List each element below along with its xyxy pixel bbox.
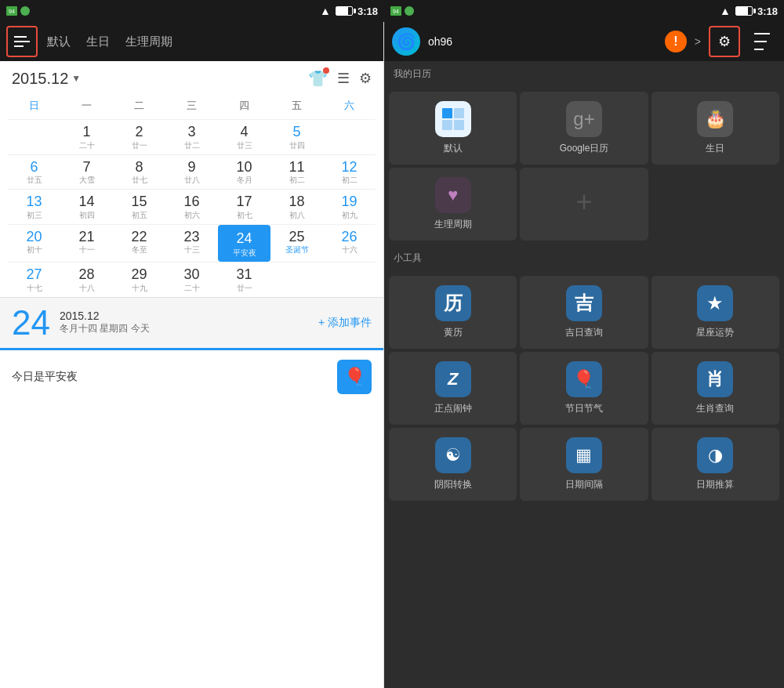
cal-cell-dec18[interactable]: 18初八 <box>270 190 323 224</box>
grid-item-huangli[interactable]: 历 黄历 <box>389 276 517 349</box>
month-title: 2015.12 <box>12 70 68 88</box>
grid-item-interval[interactable]: ▦ 日期间隔 <box>520 428 648 501</box>
tools-grid: 历 黄历 吉 吉日查询 ★ 星座运势 Z 正点闹钟 🎈 节日节气 <box>384 271 784 505</box>
shengxiao-label: 生肖查询 <box>696 402 734 415</box>
cal-cell-dec2[interactable]: 2廿一 <box>113 120 165 154</box>
cal-week-3: 13初三 14初四 15初五 16初六 17初七 18初八 19初九 <box>8 189 376 224</box>
weekday-header: 日 一 二 三 四 五 六 <box>8 92 376 119</box>
tab-default[interactable]: 默认 <box>47 31 71 53</box>
cal-cell-dec22[interactable]: 22冬至 <box>113 225 165 263</box>
cal-cell-dec25[interactable]: 25圣诞节 <box>270 225 323 263</box>
cal-cell-dec3[interactable]: 3廿二 <box>165 120 218 154</box>
cal-cell-dec23[interactable]: 23十三 <box>165 225 218 263</box>
time-display-left: 3:18 <box>358 5 378 17</box>
battery-icon-r <box>735 6 753 16</box>
cal-cell-dec20[interactable]: 20初十 <box>8 225 60 263</box>
weekday-mon: 一 <box>60 96 113 116</box>
tab-period[interactable]: 生理周期 <box>125 31 172 53</box>
cal-cell-dec9[interactable]: 9廿八 <box>165 155 218 190</box>
grid-item-jiri[interactable]: 吉 吉日查询 <box>520 276 648 349</box>
grid-item-period[interactable]: ♥ 生理周期 <box>389 168 517 241</box>
grid-item-add[interactable]: + <box>520 168 648 241</box>
grid-item-shengxiao[interactable]: 肖 生肖查询 <box>652 352 779 425</box>
cal-cell-dec17[interactable]: 17初七 <box>218 190 270 224</box>
status-bar-right: 94 ▲ 3:18 <box>384 0 784 22</box>
calendar-rows: 1二十 2廿一 3廿二 4廿三 5廿四 6廿五 7大雪 8廿七 9廿八 10冬月… <box>8 119 376 297</box>
calendar-header: 2015.12 ▼ 👕 ☰ ⚙ <box>0 61 383 92</box>
weekday-tue: 二 <box>113 96 165 116</box>
menu-button[interactable] <box>6 26 38 57</box>
cal-week-5: 27十七 28十八 29十九 30二十 31廿一 <box>8 262 376 297</box>
weekday-sun: 日 <box>8 96 60 116</box>
grid-item-alarm[interactable]: Z 正点闹钟 <box>389 352 517 425</box>
settings-button[interactable]: ⚙ <box>709 26 740 57</box>
event-icon-button[interactable]: 🎈 <box>337 360 372 394</box>
cal-cell-dec26[interactable]: 26十六 <box>323 225 376 263</box>
add-event-button[interactable]: + 添加事件 <box>318 316 372 330</box>
month-selector[interactable]: 2015.12 ▼ <box>12 70 81 88</box>
cal-cell-dec31[interactable]: 31廿一 <box>218 263 270 297</box>
dress-button[interactable]: 👕 <box>308 69 328 88</box>
nav-menu-button[interactable] <box>748 27 776 56</box>
google-cal-label: Google日历 <box>560 142 609 155</box>
cal-cell-dec14[interactable]: 14初四 <box>60 190 113 224</box>
big-date-display: 24 <box>12 306 50 340</box>
cal-cell-dec21[interactable]: 21十一 <box>60 225 113 263</box>
cal-cell-dec19[interactable]: 19初九 <box>323 190 376 224</box>
grid-item-birthday[interactable]: 🎂 生日 <box>652 92 779 165</box>
cal-cell-dec12[interactable]: 12初二 <box>323 155 376 190</box>
huangli-label: 黄历 <box>444 326 463 339</box>
wifi-icon: ▲ <box>320 5 331 17</box>
grid-item-jieqi[interactable]: 🎈 节日节气 <box>520 352 648 425</box>
user-avatar[interactable]: 🌀 <box>392 27 420 56</box>
cal-cell-dec5[interactable]: 5廿四 <box>270 120 323 154</box>
xingzuo-label: 星座运势 <box>696 326 734 339</box>
signal-strength-icon: 94 <box>6 6 17 16</box>
exclamation-icon: ! <box>673 34 677 49</box>
menu-hamburger-icon <box>754 31 770 52</box>
calc-icon: ◑ <box>697 437 733 473</box>
grid-item-default[interactable]: 默认 <box>389 92 517 165</box>
hamburger-line-1 <box>14 36 27 38</box>
cal-cell-dec16[interactable]: 16初六 <box>165 190 218 224</box>
jieqi-label: 节日节气 <box>565 402 603 415</box>
tab-birthday[interactable]: 生日 <box>86 31 110 53</box>
jieqi-icon: 🎈 <box>566 361 602 397</box>
cal-cell-dec24-today[interactable]: 24 平安夜 <box>218 225 270 263</box>
cal-cell-dec4[interactable]: 4廿三 <box>218 120 270 154</box>
cal-cell-dec15[interactable]: 15初五 <box>113 190 165 224</box>
cal-cell-dec27[interactable]: 27十七 <box>8 263 60 297</box>
cal-cell-dec7[interactable]: 7大雪 <box>60 155 113 190</box>
cal-cell-dec13[interactable]: 13初三 <box>8 190 60 224</box>
period-cal-label: 生理周期 <box>434 218 472 231</box>
jiri-icon: 吉 <box>566 285 602 321</box>
cal-cell-dec8[interactable]: 8廿七 <box>113 155 165 190</box>
cal-cell-dec29[interactable]: 29十九 <box>113 263 165 297</box>
cal-cell-dec30[interactable]: 30二十 <box>165 263 218 297</box>
list-view-icon[interactable]: ☰ <box>337 70 350 87</box>
cal-cell-dec1[interactable]: 1二十 <box>60 120 113 154</box>
calendar-toolbar: 👕 ☰ ⚙ <box>308 69 372 88</box>
hamburger-line-2 <box>14 41 30 42</box>
tools-section-label: 小工具 <box>384 245 784 271</box>
my-calendar-section-label: 我的日历 <box>384 61 784 87</box>
grid-item-google[interactable]: g+ Google日历 <box>520 92 648 165</box>
dress-notification-dot <box>323 67 329 74</box>
cal-cell-dec6[interactable]: 6廿五 <box>8 155 60 190</box>
grid-item-calc[interactable]: ◑ 日期推算 <box>652 428 779 501</box>
alert-icon[interactable]: ! <box>665 31 687 53</box>
yinyang-label: 阴阳转换 <box>434 478 472 491</box>
battery-icon <box>336 6 353 16</box>
cal-cell-dec11[interactable]: 11初二 <box>270 155 323 190</box>
weekday-thu: 四 <box>218 96 270 116</box>
cal-cell-dec28[interactable]: 28十八 <box>60 263 113 297</box>
grid-item-yinyang[interactable]: ☯ 阴阳转换 <box>389 428 517 501</box>
calendar-grid: 日 一 二 三 四 五 六 1二十 2廿一 3廿二 4廿三 5廿四 6廿五 7大… <box>0 92 383 297</box>
add-cal-icon: + <box>566 184 602 220</box>
shengxiao-icon: 肖 <box>697 361 733 397</box>
cal-cell-empty-3 <box>270 263 323 297</box>
settings-icon[interactable]: ⚙ <box>359 70 372 87</box>
cal-cell-dec10[interactable]: 10冬月 <box>218 155 270 190</box>
event-bar: 今日是平安夜 🎈 <box>0 348 383 404</box>
grid-item-xingzuo[interactable]: ★ 星座运势 <box>652 276 779 349</box>
